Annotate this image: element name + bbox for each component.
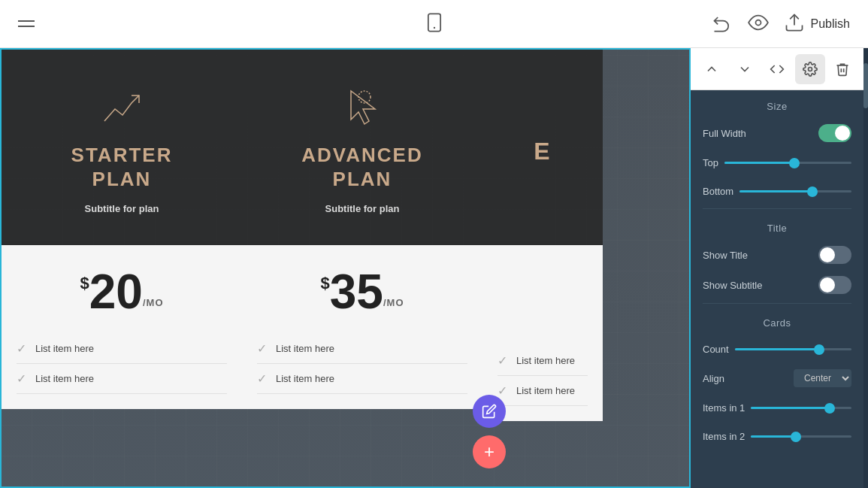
move-up-button[interactable] xyxy=(697,54,727,84)
list-item-text: List item here xyxy=(35,373,94,384)
card-header-starter: STARTERPLAN Subtitle for plan xyxy=(2,50,242,245)
advanced-plan-subtitle: Subtitle for plan xyxy=(325,203,400,214)
panel-content: Size Full Width Top Bottom xyxy=(691,90,863,488)
cursor-icon xyxy=(342,88,383,132)
items-in-1-row: Items in 1 xyxy=(691,393,863,422)
full-width-label: Full Width xyxy=(703,128,746,139)
toggle-knob xyxy=(820,277,835,292)
pricing-card-starter: STARTERPLAN Subtitle for plan $ 20 /MO ✓… xyxy=(2,50,242,409)
preview-icon[interactable] xyxy=(748,12,769,36)
topbar-center xyxy=(424,12,445,36)
topbar-left xyxy=(18,20,35,27)
items-in-2-row: Items in 2 xyxy=(691,422,863,450)
count-slider-thumb[interactable] xyxy=(814,344,824,355)
edit-fab-button[interactable] xyxy=(473,395,506,428)
check-icon: ✓ xyxy=(257,371,267,386)
pricing-card-advanced: ADVANCEDPLAN Subtitle for plan $ 35 /MO … xyxy=(242,50,482,409)
starter-amount: 20 xyxy=(89,268,143,316)
pricing-card-third: E ✓ List item here ✓ List item here xyxy=(482,50,603,421)
title-section-label: Title xyxy=(691,212,863,240)
top-slider[interactable] xyxy=(724,162,851,164)
list-item-text: List item here xyxy=(516,385,575,396)
bottom-label: Bottom xyxy=(703,186,733,197)
svg-point-5 xyxy=(808,67,812,71)
divider xyxy=(703,208,851,209)
items1-slider-track xyxy=(751,407,851,409)
bottom-slider[interactable] xyxy=(739,190,851,192)
menu-icon[interactable] xyxy=(18,20,35,27)
panel-toolbar xyxy=(691,48,863,90)
advanced-price: $ 35 /MO xyxy=(257,268,467,316)
undo-icon[interactable] xyxy=(712,12,733,36)
items-in-1-slider[interactable] xyxy=(751,407,851,409)
check-icon: ✓ xyxy=(257,341,267,356)
list-item-text: List item here xyxy=(516,355,575,366)
list-item: ✓ List item here xyxy=(498,376,588,406)
mobile-preview-icon[interactable] xyxy=(424,12,445,36)
count-row: Count xyxy=(691,335,863,363)
scrollbar[interactable] xyxy=(863,48,868,488)
pricing-section: STARTERPLAN Subtitle for plan $ 20 /MO ✓… xyxy=(2,50,689,486)
toggle-knob xyxy=(835,126,850,141)
items1-slider-thumb[interactable] xyxy=(824,403,835,414)
starter-price: $ 20 /MO xyxy=(17,268,227,316)
settings-button[interactable] xyxy=(795,54,825,84)
top-slider-track xyxy=(724,162,851,164)
list-item-text: List item here xyxy=(35,343,94,354)
check-icon: ✓ xyxy=(17,371,26,386)
list-item: ✓ List item here xyxy=(498,346,588,376)
advanced-dollar: $ xyxy=(321,274,330,293)
list-item: ✓ List item here xyxy=(257,364,467,394)
starter-card-body: $ 20 /MO ✓ List item here ✓ List item he… xyxy=(2,245,242,409)
publish-button[interactable]: Publish xyxy=(784,12,850,36)
show-subtitle-toggle[interactable] xyxy=(818,276,851,294)
card-header-third: E xyxy=(482,50,603,245)
main-area: STARTERPLAN Subtitle for plan $ 20 /MO ✓… xyxy=(0,48,868,488)
items-in-2-slider[interactable] xyxy=(751,435,851,438)
scroll-track xyxy=(863,48,868,488)
bottom-slider-thumb[interactable] xyxy=(807,186,818,197)
advanced-period: /MO xyxy=(383,297,404,308)
size-section-label: Size xyxy=(691,90,863,118)
show-subtitle-label: Show Subtitle xyxy=(703,280,763,291)
starter-dollar: $ xyxy=(80,274,89,293)
scroll-thumb[interactable] xyxy=(863,63,868,108)
code-button[interactable] xyxy=(762,54,792,84)
check-icon: ✓ xyxy=(498,353,507,368)
items1-slider-fill xyxy=(751,407,829,409)
delete-button[interactable] xyxy=(827,54,857,84)
starter-period: /MO xyxy=(143,297,164,308)
show-title-toggle[interactable] xyxy=(818,246,851,264)
advanced-card-body: $ 35 /MO ✓ List item here ✓ List item he… xyxy=(242,245,482,409)
bottom-slider-track xyxy=(739,190,851,192)
card-header-advanced: ADVANCEDPLAN Subtitle for plan xyxy=(242,50,482,245)
top-slider-thumb[interactable] xyxy=(789,158,800,168)
topbar: Publish xyxy=(0,0,868,48)
show-title-row: Show Title xyxy=(691,240,863,270)
list-item: ✓ List item here xyxy=(17,334,227,364)
full-width-toggle[interactable] xyxy=(818,124,851,142)
third-price xyxy=(498,268,588,328)
list-item-text: List item here xyxy=(276,373,334,384)
canvas[interactable]: STARTERPLAN Subtitle for plan $ 20 /MO ✓… xyxy=(0,48,691,488)
add-fab-button[interactable]: + xyxy=(473,435,506,468)
advanced-amount: 35 xyxy=(330,268,383,316)
bottom-row: Bottom xyxy=(691,177,863,205)
chart-icon xyxy=(101,88,142,132)
align-dropdown[interactable]: Center Left Right xyxy=(794,369,851,387)
full-width-row: Full Width xyxy=(691,118,863,148)
bottom-slider-fill xyxy=(739,190,812,192)
move-down-button[interactable] xyxy=(730,54,760,84)
right-panel: Size Full Width Top Bottom xyxy=(691,48,863,488)
count-slider[interactable] xyxy=(735,348,851,350)
top-label: Top xyxy=(703,157,718,168)
list-item-text: List item here xyxy=(276,343,334,354)
starter-plan-title: STARTERPLAN xyxy=(71,144,173,190)
advanced-plan-title: ADVANCEDPLAN xyxy=(301,144,422,190)
list-item: ✓ List item here xyxy=(257,334,467,364)
publish-label: Publish xyxy=(811,17,850,31)
svg-point-2 xyxy=(755,20,761,25)
align-row: Align Center Left Right xyxy=(691,363,863,393)
list-item: ✓ List item here xyxy=(17,364,227,394)
items2-slider-thumb[interactable] xyxy=(791,432,801,442)
